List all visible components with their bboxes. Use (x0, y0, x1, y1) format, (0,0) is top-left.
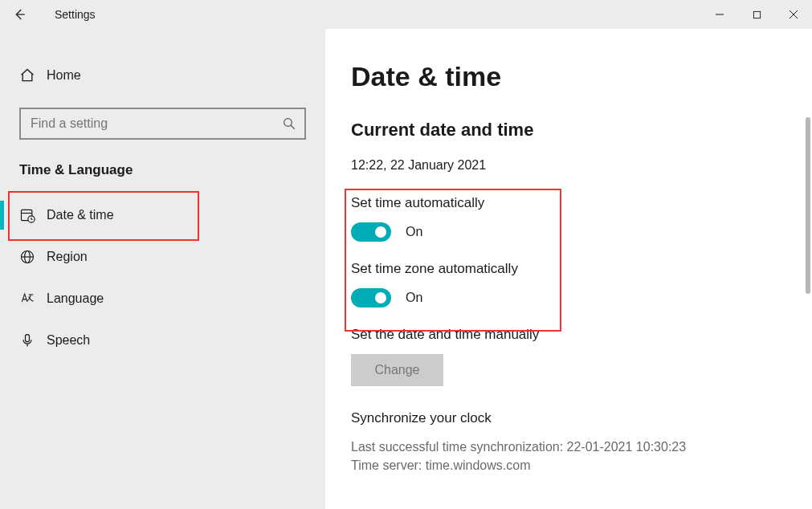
home-icon (19, 67, 35, 83)
globe-icon (19, 249, 35, 265)
sidebar-item-label: Language (47, 291, 104, 306)
close-button[interactable] (775, 0, 812, 29)
language-icon (19, 291, 35, 307)
minimize-button[interactable] (701, 0, 738, 29)
sidebar-item-label: Date & time (47, 208, 114, 222)
sidebar-item-label: Speech (47, 333, 90, 348)
sidebar-category-heading: Time & Language (0, 154, 325, 194)
sidebar-home[interactable]: Home (0, 58, 325, 93)
page-title: Date & time (351, 61, 812, 92)
sidebar-item-region[interactable]: Region (0, 236, 325, 278)
close-icon (789, 10, 798, 19)
window-controls (701, 0, 812, 29)
set-tz-auto-toggle[interactable] (351, 288, 391, 307)
sidebar-item-language[interactable]: Language (0, 278, 325, 320)
calendar-clock-icon (19, 207, 35, 223)
arrow-left-icon (12, 7, 27, 22)
svg-point-4 (284, 119, 292, 127)
sidebar-item-date-time[interactable]: Date & time (0, 194, 325, 236)
svg-rect-1 (753, 11, 760, 18)
sync-heading: Synchronize your clock (351, 410, 812, 426)
sync-server-text: Time server: time.windows.com (351, 456, 812, 474)
set-tz-auto-label: Set time zone automatically (351, 261, 568, 277)
sync-last-text: Last successful time synchronization: 22… (351, 438, 812, 456)
svg-line-5 (291, 125, 295, 129)
set-time-auto-state: On (406, 225, 422, 239)
set-time-auto-label: Set time automatically (351, 195, 568, 211)
microphone-icon (19, 332, 35, 348)
svg-rect-12 (26, 335, 30, 342)
sidebar: Home Time & Language Date & time Regio (0, 29, 325, 509)
sidebar-item-label: Region (47, 250, 88, 264)
search-input-wrap[interactable] (19, 108, 306, 140)
sidebar-item-speech[interactable]: Speech (0, 320, 325, 361)
search-icon (282, 116, 296, 131)
maximize-button[interactable] (738, 0, 775, 29)
minimize-icon (715, 10, 724, 19)
set-time-auto-toggle[interactable] (351, 222, 391, 242)
scrollbar[interactable] (806, 117, 810, 294)
window-title: Settings (55, 8, 96, 21)
change-button[interactable]: Change (351, 354, 443, 386)
search-input[interactable] (29, 116, 282, 132)
back-button[interactable] (0, 0, 39, 29)
current-datetime: 12:22, 22 January 2021 (351, 158, 812, 173)
set-tz-auto-state: On (406, 291, 422, 305)
sidebar-home-label: Home (47, 68, 81, 83)
titlebar: Settings (0, 0, 812, 29)
section-current-heading: Current date and time (351, 120, 812, 140)
main-content: Date & time Current date and time 12:22,… (325, 29, 812, 509)
maximize-icon (753, 10, 761, 19)
set-manual-label: Set the date and time manually (351, 327, 812, 343)
